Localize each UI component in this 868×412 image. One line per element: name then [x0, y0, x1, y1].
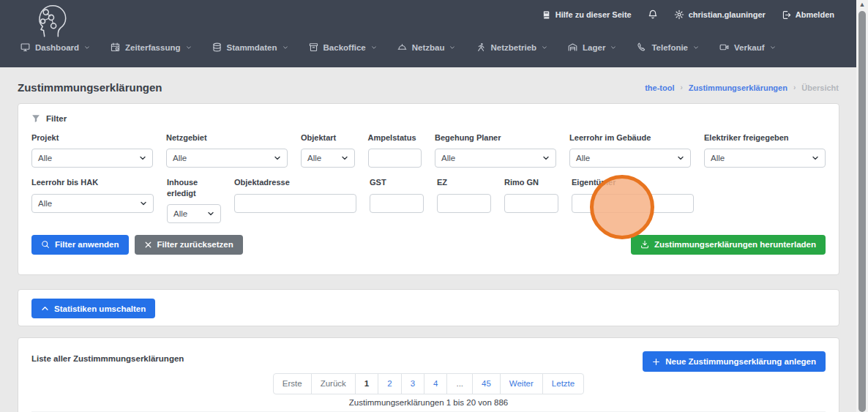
chevron-down-icon	[449, 45, 455, 50]
filter-field-objektadresse: Objektadresse	[234, 177, 356, 212]
nav-item-zeiterfassung[interactable]: Zeiterfassung	[111, 42, 191, 52]
gst-input[interactable]	[370, 194, 424, 213]
nav-item-telefonie[interactable]: Telefonie	[637, 42, 699, 52]
objektart-select[interactable]: Alle	[301, 149, 355, 168]
page-button-zuruck[interactable]: Zurück	[311, 373, 356, 394]
breadcrumb-separator: ›	[680, 83, 682, 91]
logout-icon	[782, 10, 791, 20]
archive-icon	[309, 42, 318, 52]
gst-label: GST	[370, 177, 424, 187]
x-icon	[144, 241, 152, 249]
ampelstatus-input[interactable]	[368, 149, 422, 168]
chevron-down-icon	[542, 45, 547, 50]
toggle-statistics-button[interactable]: Statistiken umschalten	[31, 299, 155, 318]
chevron-down-dark-icon	[812, 154, 819, 162]
apply-filter-button[interactable]: Filter anwenden	[31, 235, 129, 255]
header-utility-bar: Hilfe zu dieser Seite christian.glauning…	[542, 10, 834, 20]
chevron-down-icon	[84, 45, 90, 50]
filter-field-gst: GST	[370, 177, 424, 212]
download-declarations-button[interactable]: Zustimmungserklärungen herunterladen	[631, 235, 826, 255]
netzgebiet-select[interactable]: Alle	[166, 149, 288, 168]
filter-field-elektriker-freigegeben: Elektriker freigegebenAlle	[704, 132, 826, 168]
chevron-down-dark-icon	[677, 154, 684, 162]
filter-panel: Filter ProjektAlleNetzgebietAlleObjektar…	[18, 103, 839, 275]
elektriker-freigegeben-select[interactable]: Alle	[704, 149, 826, 168]
page-button-2[interactable]: 2	[378, 373, 401, 394]
chevron-down-icon	[610, 45, 616, 50]
logout-button[interactable]: Abmelden	[782, 10, 834, 20]
page-button-1[interactable]: 1	[355, 373, 378, 394]
page-button-4[interactable]: 4	[424, 373, 447, 394]
rimo-gn-input[interactable]	[504, 194, 558, 213]
page-head: Zustimmmungserklärungen the-tool›Zustimm…	[0, 67, 856, 103]
filter-row-2: Leerrohr bis HAKAlleInhouse erledigtAlle…	[31, 177, 826, 223]
help-link[interactable]: Hilfe zu dieser Seite	[542, 10, 632, 20]
leerrohr-im-gebaude-select[interactable]: Alle	[569, 149, 691, 168]
vertical-scrollbar[interactable]: ▲	[856, 0, 868, 412]
leerrohr-bis-hak-select[interactable]: Alle	[31, 194, 154, 213]
eigentumer-label: Eigentümer	[572, 177, 694, 187]
nav-item-netzbau[interactable]: Netzbau	[397, 42, 456, 52]
objektadresse-label: Objektadresse	[234, 177, 356, 187]
notifications-button[interactable]	[648, 10, 658, 20]
nav-item-lager[interactable]: Lager	[568, 42, 616, 52]
netzgebiet-label: Netzgebiet	[166, 132, 288, 143]
page-button-weiter[interactable]: Weiter	[500, 373, 543, 394]
help-label: Hilfe zu dieser Seite	[555, 10, 632, 19]
logout-label: Abmelden	[796, 10, 834, 19]
ez-label: EZ	[437, 177, 491, 187]
reset-filter-button[interactable]: Filter zurücksetzen	[135, 235, 243, 255]
page-button-erste[interactable]: Erste	[273, 373, 312, 394]
filter-field-netzgebiet: NetzgebietAlle	[166, 132, 288, 168]
chevron-down-dark-icon	[274, 154, 281, 162]
page-button-45[interactable]: 45	[472, 373, 501, 394]
chevron-down-dark-icon	[139, 154, 146, 162]
nav-item-netzbetrieb[interactable]: Netzbetrieb	[476, 42, 547, 52]
projekt-select[interactable]: Alle	[31, 149, 153, 168]
eigentumer-input[interactable]	[572, 194, 694, 213]
projekt-label: Projekt	[31, 132, 153, 143]
inhouse-erledigt-select[interactable]: Alle	[167, 204, 221, 223]
breadcrumb-zustimmungserklarungen[interactable]: Zustimmungserklärungen	[689, 83, 787, 92]
gear-icon	[674, 10, 684, 20]
bell-icon	[648, 10, 658, 20]
list-head: Liste aller Zustimmmungserklärungen Neue…	[31, 351, 826, 373]
page-button-3[interactable]: 3	[401, 373, 424, 394]
filter-field-ampelstatus: Ampelstatus	[368, 132, 422, 168]
list-title: Liste aller Zustimmmungserklärungen	[31, 354, 184, 363]
filter-row-1: ProjektAlleNetzgebietAlleObjektartAlleAm…	[31, 132, 826, 168]
page-title: Zustimmmungserklärungen	[18, 81, 162, 94]
nav-item-stammdaten[interactable]: Stammdaten	[212, 42, 288, 52]
begehung-planer-select[interactable]: Alle	[435, 149, 556, 168]
nav-item-dashboard[interactable]: Dashboard	[20, 42, 90, 52]
pagination-summary: Zustimmungserklärungen 1 bis 20 von 886	[31, 398, 826, 407]
chevron-up-icon	[41, 304, 49, 312]
filter-field-eigentumer: Eigentümer	[572, 177, 694, 212]
objektadresse-input[interactable]	[234, 194, 356, 213]
scroll-up-icon[interactable]: ▲	[856, 1, 868, 8]
chevron-down-dark-icon	[341, 154, 348, 162]
ampelstatus-label: Ampelstatus	[368, 132, 422, 143]
filter-field-objektart: ObjektartAlle	[301, 132, 355, 168]
nav-item-backoffice[interactable]: Backoffice	[309, 42, 377, 52]
breadcrumb: the-tool›Zustimmungserklärungen›Übersich…	[645, 83, 839, 92]
nav-item-verkauf[interactable]: Verkauf	[719, 42, 776, 52]
ez-input[interactable]	[437, 194, 491, 213]
chevron-down-icon	[770, 45, 776, 50]
page-button-letzte[interactable]: Letzte	[542, 373, 584, 394]
app-viewport: Hilfe zu dieser Seite christian.glauning…	[0, 0, 868, 412]
user-menu[interactable]: christian.glauninger	[674, 10, 766, 20]
download-icon	[640, 240, 649, 249]
app-header: Hilfe zu dieser Seite christian.glauning…	[0, 0, 856, 67]
new-declaration-button[interactable]: Neue Zustimmungserklärung anlegen	[643, 351, 826, 372]
page-button-[interactable]: ...	[446, 373, 473, 394]
breadcrumb-the-tool[interactable]: the-tool	[645, 83, 674, 92]
phone-icon	[637, 42, 646, 52]
inhouse-erledigt-label: Inhouse erledigt	[167, 177, 221, 198]
chevron-down-dark-icon	[140, 200, 147, 207]
filter-title-label: Filter	[46, 114, 67, 123]
scrollbar-thumb[interactable]	[858, 11, 866, 412]
book-icon	[542, 10, 551, 20]
username: christian.glauninger	[689, 10, 766, 19]
chevron-down-dark-icon	[542, 154, 550, 162]
